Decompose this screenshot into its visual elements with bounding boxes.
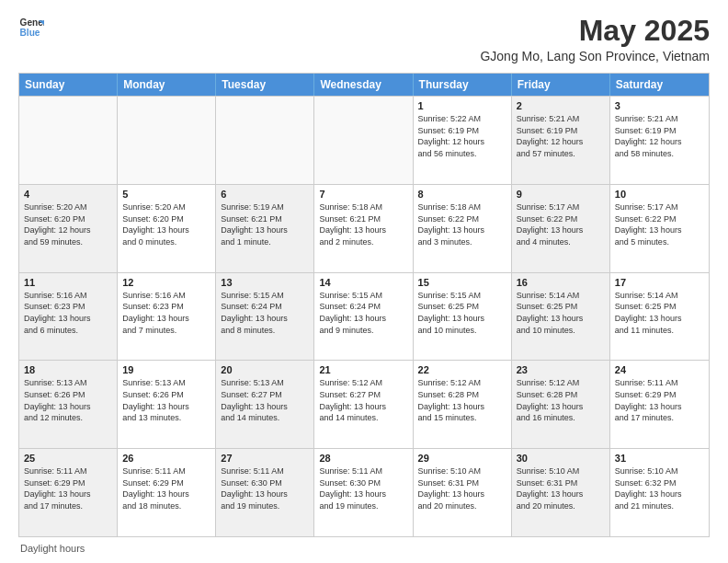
day-number: 19 <box>122 364 210 375</box>
logo: General Blue <box>18 15 44 40</box>
header-cell-sunday: Sunday <box>19 74 118 96</box>
day-number: 5 <box>122 189 210 200</box>
calendar-cell <box>19 97 118 184</box>
day-number: 9 <box>517 189 605 200</box>
calendar: SundayMondayTuesdayWednesdayThursdayFrid… <box>18 73 710 537</box>
calendar-cell: 19Sunrise: 5:13 AM Sunset: 6:26 PM Dayli… <box>118 361 216 448</box>
day-number: 28 <box>319 453 407 464</box>
calendar-cell: 10Sunrise: 5:17 AM Sunset: 6:22 PM Dayli… <box>610 185 709 272</box>
calendar-cell: 17Sunrise: 5:14 AM Sunset: 6:25 PM Dayli… <box>610 273 709 361</box>
day-number: 2 <box>517 100 605 111</box>
calendar-cell: 5Sunrise: 5:20 AM Sunset: 6:20 PM Daylig… <box>118 185 216 272</box>
day-info: Sunrise: 5:15 AM Sunset: 6:24 PM Dayligh… <box>221 290 309 336</box>
calendar-cell: 9Sunrise: 5:17 AM Sunset: 6:22 PM Daylig… <box>512 185 610 272</box>
header: General Blue May 2025 GJong Mo, Lang Son… <box>18 15 710 63</box>
calendar-cell: 26Sunrise: 5:11 AM Sunset: 6:29 PM Dayli… <box>118 449 216 536</box>
header-cell-friday: Friday <box>512 74 610 96</box>
day-number: 1 <box>418 100 506 111</box>
calendar-cell: 1Sunrise: 5:22 AM Sunset: 6:19 PM Daylig… <box>414 97 512 184</box>
calendar-cell: 22Sunrise: 5:12 AM Sunset: 6:28 PM Dayli… <box>414 361 512 448</box>
day-number: 13 <box>221 277 309 288</box>
day-info: Sunrise: 5:12 AM Sunset: 6:27 PM Dayligh… <box>319 377 407 423</box>
calendar-cell: 4Sunrise: 5:20 AM Sunset: 6:20 PM Daylig… <box>19 185 118 272</box>
day-number: 18 <box>24 364 112 375</box>
title-block: May 2025 GJong Mo, Lang Son Province, Vi… <box>480 15 710 63</box>
logo-icon: General Blue <box>18 15 44 40</box>
calendar-cell: 8Sunrise: 5:18 AM Sunset: 6:22 PM Daylig… <box>414 185 512 272</box>
calendar-cell: 31Sunrise: 5:10 AM Sunset: 6:32 PM Dayli… <box>610 449 709 536</box>
day-number: 16 <box>517 277 605 288</box>
day-number: 27 <box>221 453 309 464</box>
calendar-row-4: 18Sunrise: 5:13 AM Sunset: 6:26 PM Dayli… <box>19 360 709 448</box>
day-number: 31 <box>615 453 704 464</box>
daylight-label: Daylight hours <box>20 543 85 554</box>
day-number: 6 <box>221 189 309 200</box>
day-number: 21 <box>319 364 407 375</box>
calendar-cell: 16Sunrise: 5:14 AM Sunset: 6:25 PM Dayli… <box>512 273 610 361</box>
svg-text:General: General <box>20 17 44 28</box>
day-info: Sunrise: 5:19 AM Sunset: 6:21 PM Dayligh… <box>221 201 309 247</box>
day-info: Sunrise: 5:20 AM Sunset: 6:20 PM Dayligh… <box>122 201 210 247</box>
calendar-body: 1Sunrise: 5:22 AM Sunset: 6:19 PM Daylig… <box>19 96 709 536</box>
day-number: 24 <box>615 364 704 375</box>
day-number: 12 <box>122 277 210 288</box>
day-info: Sunrise: 5:11 AM Sunset: 6:29 PM Dayligh… <box>24 465 112 511</box>
calendar-cell: 2Sunrise: 5:21 AM Sunset: 6:19 PM Daylig… <box>512 97 610 184</box>
day-info: Sunrise: 5:17 AM Sunset: 6:22 PM Dayligh… <box>615 201 704 247</box>
day-info: Sunrise: 5:16 AM Sunset: 6:23 PM Dayligh… <box>24 290 112 336</box>
header-cell-saturday: Saturday <box>610 74 709 96</box>
day-number: 22 <box>418 364 506 375</box>
calendar-row-2: 4Sunrise: 5:20 AM Sunset: 6:20 PM Daylig… <box>19 184 709 272</box>
calendar-cell: 21Sunrise: 5:12 AM Sunset: 6:27 PM Dayli… <box>314 361 413 448</box>
title-month: May 2025 <box>480 15 710 47</box>
day-info: Sunrise: 5:10 AM Sunset: 6:31 PM Dayligh… <box>517 465 605 511</box>
day-number: 30 <box>517 453 605 464</box>
calendar-cell: 13Sunrise: 5:15 AM Sunset: 6:24 PM Dayli… <box>216 273 314 361</box>
calendar-cell: 23Sunrise: 5:12 AM Sunset: 6:28 PM Dayli… <box>512 361 610 448</box>
day-number: 3 <box>615 100 704 111</box>
day-info: Sunrise: 5:16 AM Sunset: 6:23 PM Dayligh… <box>122 290 210 336</box>
day-info: Sunrise: 5:18 AM Sunset: 6:22 PM Dayligh… <box>418 201 506 247</box>
calendar-cell: 20Sunrise: 5:13 AM Sunset: 6:27 PM Dayli… <box>216 361 314 448</box>
day-info: Sunrise: 5:13 AM Sunset: 6:27 PM Dayligh… <box>221 377 309 423</box>
header-cell-wednesday: Wednesday <box>314 74 413 96</box>
day-number: 8 <box>418 189 506 200</box>
calendar-cell: 28Sunrise: 5:11 AM Sunset: 6:30 PM Dayli… <box>314 449 413 536</box>
header-cell-thursday: Thursday <box>414 74 512 96</box>
day-info: Sunrise: 5:11 AM Sunset: 6:29 PM Dayligh… <box>122 465 210 511</box>
day-number: 14 <box>319 277 407 288</box>
calendar-row-3: 11Sunrise: 5:16 AM Sunset: 6:23 PM Dayli… <box>19 272 709 361</box>
calendar-cell: 27Sunrise: 5:11 AM Sunset: 6:30 PM Dayli… <box>216 449 314 536</box>
day-info: Sunrise: 5:21 AM Sunset: 6:19 PM Dayligh… <box>517 113 605 159</box>
day-info: Sunrise: 5:11 AM Sunset: 6:30 PM Dayligh… <box>221 465 309 511</box>
calendar-cell <box>118 97 216 184</box>
page: General Blue May 2025 GJong Mo, Lang Son… <box>0 0 728 563</box>
day-number: 4 <box>24 189 112 200</box>
calendar-row-1: 1Sunrise: 5:22 AM Sunset: 6:19 PM Daylig… <box>19 96 709 184</box>
day-info: Sunrise: 5:18 AM Sunset: 6:21 PM Dayligh… <box>319 201 407 247</box>
calendar-cell: 6Sunrise: 5:19 AM Sunset: 6:21 PM Daylig… <box>216 185 314 272</box>
calendar-cell: 3Sunrise: 5:21 AM Sunset: 6:19 PM Daylig… <box>610 97 709 184</box>
day-number: 7 <box>319 189 407 200</box>
day-info: Sunrise: 5:20 AM Sunset: 6:20 PM Dayligh… <box>24 201 112 247</box>
day-info: Sunrise: 5:10 AM Sunset: 6:31 PM Dayligh… <box>418 465 506 511</box>
day-info: Sunrise: 5:15 AM Sunset: 6:25 PM Dayligh… <box>418 290 506 336</box>
calendar-cell: 15Sunrise: 5:15 AM Sunset: 6:25 PM Dayli… <box>414 273 512 361</box>
day-info: Sunrise: 5:13 AM Sunset: 6:26 PM Dayligh… <box>122 377 210 423</box>
day-info: Sunrise: 5:14 AM Sunset: 6:25 PM Dayligh… <box>615 290 704 336</box>
calendar-cell <box>216 97 314 184</box>
day-info: Sunrise: 5:12 AM Sunset: 6:28 PM Dayligh… <box>418 377 506 423</box>
calendar-cell: 30Sunrise: 5:10 AM Sunset: 6:31 PM Dayli… <box>512 449 610 536</box>
calendar-cell: 29Sunrise: 5:10 AM Sunset: 6:31 PM Dayli… <box>414 449 512 536</box>
day-info: Sunrise: 5:22 AM Sunset: 6:19 PM Dayligh… <box>418 113 506 159</box>
day-number: 26 <box>122 453 210 464</box>
footer-note: Daylight hours <box>18 543 710 554</box>
day-info: Sunrise: 5:12 AM Sunset: 6:28 PM Dayligh… <box>517 377 605 423</box>
day-info: Sunrise: 5:11 AM Sunset: 6:29 PM Dayligh… <box>615 377 704 423</box>
calendar-cell: 14Sunrise: 5:15 AM Sunset: 6:24 PM Dayli… <box>314 273 413 361</box>
day-number: 23 <box>517 364 605 375</box>
day-info: Sunrise: 5:17 AM Sunset: 6:22 PM Dayligh… <box>517 201 605 247</box>
day-number: 15 <box>418 277 506 288</box>
day-info: Sunrise: 5:15 AM Sunset: 6:24 PM Dayligh… <box>319 290 407 336</box>
day-number: 20 <box>221 364 309 375</box>
